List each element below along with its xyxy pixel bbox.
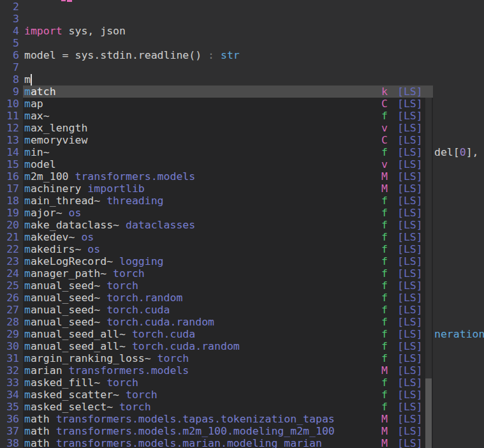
completion-item[interactable]: manual_seed~ torchf[LS] bbox=[23, 280, 433, 292]
completion-item[interactable]: masked_scatter~ torchf[LS] bbox=[23, 389, 433, 401]
completion-source-tag: [LS] bbox=[397, 207, 423, 219]
completion-source-tag: [LS] bbox=[397, 158, 423, 170]
matched-prefix: m bbox=[24, 328, 31, 340]
matched-prefix: m bbox=[24, 98, 31, 110]
completion-label-rest: ain_thread~ bbox=[31, 195, 100, 207]
completion-label: max_length bbox=[24, 122, 87, 134]
completion-item[interactable]: masked_select~ torchf[LS] bbox=[23, 401, 433, 413]
code-segment: import bbox=[24, 25, 62, 37]
completion-label-rest: anual_seed_all~ bbox=[31, 340, 126, 352]
matched-prefix: m bbox=[24, 110, 31, 122]
completion-item[interactable]: marian transformers.modelsM[LS] bbox=[23, 364, 433, 377]
completion-module: os bbox=[75, 231, 94, 243]
completion-label: math transformers.models.m2m_100.modelin… bbox=[24, 425, 335, 437]
completion-label: masked_fill~ torch bbox=[24, 377, 138, 389]
completion-label: main_thread~ threading bbox=[24, 195, 164, 207]
code-line[interactable]: import sys, json bbox=[24, 25, 126, 37]
completion-kind-badge: f bbox=[381, 316, 388, 328]
completion-label-rest: anual_seed~ bbox=[31, 304, 100, 316]
completion-item[interactable]: manual_seed~ torch.cudaf[LS] bbox=[23, 304, 433, 316]
completion-label: masked_scatter~ torch bbox=[24, 389, 158, 401]
completion-label: manual_seed~ torch.cuda bbox=[24, 304, 170, 316]
completion-label: manual_seed~ torch bbox=[24, 280, 138, 292]
completion-item[interactable]: matchk[LS] bbox=[23, 86, 433, 98]
completion-item[interactable]: make_dataclass~ dataclassesf[LS] bbox=[23, 219, 433, 231]
completion-module: torch bbox=[100, 280, 138, 292]
matched-prefix: m bbox=[24, 122, 31, 134]
completion-kind-badge: f bbox=[381, 219, 388, 231]
completion-item[interactable]: max~f[LS] bbox=[23, 110, 433, 122]
completion-kind-badge: M bbox=[381, 437, 388, 448]
completion-label: m2m_100 transformers.models bbox=[24, 170, 195, 183]
completion-item[interactable]: manager_path~ torchf[LS] bbox=[23, 267, 433, 280]
popup-scrollbar-thumb[interactable] bbox=[425, 378, 432, 448]
completion-item[interactable]: memoryviewC[LS] bbox=[23, 134, 433, 146]
completion-item[interactable]: min~f[LS] bbox=[23, 146, 433, 158]
completion-item[interactable]: math transformers.models.m2m_100.modelin… bbox=[23, 425, 433, 437]
completion-module: torch bbox=[100, 377, 138, 389]
completion-kind-badge: M bbox=[381, 425, 388, 437]
completion-source-tag: [LS] bbox=[397, 328, 423, 340]
completion-item[interactable]: math transformers.models.marian.modeling… bbox=[23, 437, 433, 448]
completion-label-rest: anager_path~ bbox=[31, 267, 106, 280]
matched-prefix: m bbox=[24, 158, 31, 170]
completion-label-rest: ath bbox=[31, 425, 50, 437]
completion-source-tag: [LS] bbox=[397, 86, 423, 98]
completion-item[interactable]: max_lengthv[LS] bbox=[23, 122, 433, 134]
completion-kind-badge: f bbox=[381, 243, 388, 255]
completion-item[interactable]: main_thread~ threadingf[LS] bbox=[23, 195, 433, 207]
completion-kind-badge: f bbox=[381, 340, 388, 352]
completion-label: min~ bbox=[24, 146, 50, 158]
completion-module: dataclasses bbox=[119, 219, 195, 231]
completion-module: torch.random bbox=[100, 292, 182, 304]
completion-source-tag: [LS] bbox=[397, 413, 423, 425]
completion-kind-badge: f bbox=[381, 280, 388, 292]
completion-label-rest: asked_select~ bbox=[31, 401, 113, 413]
completion-label: max~ bbox=[24, 110, 50, 122]
completion-source-tag: [LS] bbox=[397, 377, 423, 389]
completion-label: makedev~ os bbox=[24, 231, 94, 243]
completion-kind-badge: f bbox=[381, 389, 388, 401]
completion-label-rest: ajor~ bbox=[31, 207, 62, 219]
completion-source-tag: [LS] bbox=[397, 437, 423, 448]
matched-prefix: m bbox=[24, 425, 31, 437]
completion-item[interactable]: mapC[LS] bbox=[23, 98, 433, 110]
completion-item[interactable]: makedirs~ osf[LS] bbox=[23, 243, 433, 255]
completion-item[interactable]: makeLogRecord~ loggingf[LS] bbox=[23, 255, 433, 267]
completion-source-tag: [LS] bbox=[397, 304, 423, 316]
completion-item[interactable]: major~ osf[LS] bbox=[23, 207, 433, 219]
completion-item[interactable]: masked_fill~ torchf[LS] bbox=[23, 377, 433, 389]
code-line[interactable]: m bbox=[24, 73, 32, 86]
occluded-code-fragment[interactable]: neration bbox=[434, 328, 484, 340]
completion-item[interactable]: m2m_100 transformers.modelsM[LS] bbox=[23, 170, 433, 183]
completion-module: transformers.models bbox=[69, 170, 196, 183]
completion-item[interactable]: manual_seed_all~ torch.cudaf[LS] bbox=[23, 328, 433, 340]
matched-prefix: m bbox=[24, 316, 31, 328]
completion-label-rest: anual_seed_all~ bbox=[31, 328, 126, 340]
completion-source-tag: [LS] bbox=[397, 401, 423, 413]
code-segment: ], bbox=[466, 146, 479, 158]
completion-source-tag: [LS] bbox=[397, 292, 423, 304]
completion-source-tag: [LS] bbox=[397, 146, 423, 158]
completion-label: machinery importlib bbox=[24, 183, 145, 195]
completion-label: match bbox=[24, 86, 56, 98]
completion-label-rest: ath bbox=[31, 413, 50, 425]
completion-kind-badge: M bbox=[381, 183, 388, 195]
completion-source-tag: [LS] bbox=[397, 425, 423, 437]
code-line[interactable]: model = sys.stdin.readline() : str bbox=[24, 49, 240, 61]
completion-module: os bbox=[62, 207, 82, 219]
completion-kind-badge: v bbox=[381, 158, 388, 170]
matched-prefix: m bbox=[24, 183, 31, 195]
occluded-code-fragment[interactable]: del[0], bbox=[434, 146, 479, 158]
completion-item[interactable]: machinery importlibM[LS] bbox=[23, 183, 433, 195]
completion-item[interactable]: manual_seed~ torch.cuda.randomf[LS] bbox=[23, 316, 433, 328]
matched-prefix: m bbox=[24, 207, 31, 219]
completion-item[interactable]: math transformers.models.tapas.tokenizat… bbox=[23, 413, 433, 425]
completion-item[interactable]: manual_seed~ torch.randomf[LS] bbox=[23, 292, 433, 304]
completion-item[interactable]: makedev~ osf[LS] bbox=[23, 231, 433, 243]
completion-item[interactable]: modelv[LS] bbox=[23, 158, 433, 170]
completion-item[interactable]: manual_seed_all~ torch.cuda.randomf[LS] bbox=[23, 340, 433, 352]
completion-label-rest: ath bbox=[31, 437, 50, 448]
completion-item[interactable]: margin_ranking_loss~ torchf[LS] bbox=[23, 352, 433, 364]
completion-label: manual_seed~ torch.random bbox=[24, 292, 182, 304]
